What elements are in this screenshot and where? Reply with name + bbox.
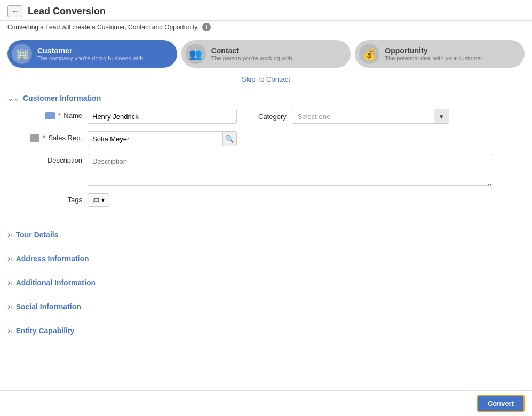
social-information-section: › Social Information	[7, 294, 525, 316]
customer-section-chevron: ⌄	[7, 94, 20, 102]
step-customer-label: Customer	[37, 46, 143, 55]
customer-section: ⌄ Customer Information * Name Category S…	[7, 89, 525, 220]
sales-rep-label: Sales Rep.	[48, 134, 82, 142]
entity-capability-chevron: ›	[7, 326, 13, 335]
category-group: Category Select one ▾	[258, 109, 449, 124]
description-label-group: Description	[18, 154, 88, 164]
convert-button[interactable]: Convert	[477, 395, 525, 412]
sales-rep-row: * Sales Rep. 🔍	[18, 131, 525, 146]
name-row: * Name Category Select one ▾	[18, 109, 525, 124]
tour-details-section: › Tour Details	[7, 222, 525, 244]
tags-dropdown-arrow: ▾	[101, 196, 105, 204]
address-information-title: Address Information	[16, 254, 89, 263]
search-icon: 🔍	[225, 135, 234, 143]
sales-rep-input-group: 🔍	[88, 131, 237, 146]
page-footer: Convert	[0, 390, 532, 416]
entity-capability-section: › Entity Capability	[7, 318, 525, 340]
additional-information-title: Additional Information	[16, 278, 96, 287]
tags-label-group: Tags	[18, 193, 88, 204]
step-opportunity-icon: 💰	[359, 44, 379, 64]
step-opportunity[interactable]: 💰 Opportunity The potential deal with yo…	[355, 40, 525, 68]
category-dropdown-arrow[interactable]: ▾	[434, 109, 449, 124]
entity-capability-title: Entity Capability	[16, 326, 75, 335]
category-select-value: Select one	[292, 110, 434, 123]
page-title: Lead Conversion	[28, 6, 106, 17]
tour-details-chevron: ›	[7, 230, 13, 239]
info-icon[interactable]: i	[202, 23, 211, 31]
address-information-chevron: ›	[7, 254, 13, 263]
tags-row: Tags 🏷 ▾	[18, 193, 525, 207]
step-contact-desc: The person you're working with	[211, 55, 292, 61]
back-arrow-icon: ←	[11, 7, 19, 15]
description-row: Description	[18, 154, 525, 186]
step-opportunity-label: Opportunity	[385, 46, 482, 55]
additional-information-section: › Additional Information	[7, 270, 525, 292]
customer-section-header[interactable]: ⌄ Customer Information	[7, 89, 525, 107]
step-contact-label: Contact	[211, 46, 292, 55]
sales-rep-input[interactable]	[88, 131, 222, 146]
sales-rep-search-button[interactable]: 🔍	[222, 131, 237, 146]
step-contact-icon: 👥	[186, 44, 206, 64]
step-customer[interactable]: 🏢 Customer The company you're doing busi…	[7, 40, 177, 68]
name-field-icon	[45, 112, 55, 119]
address-information-section: › Address Information	[7, 246, 525, 268]
customer-section-title: Customer Information	[23, 94, 101, 102]
steps-bar: 🏢 Customer The company you're doing busi…	[0, 36, 532, 72]
additional-information-chevron: ›	[7, 278, 13, 287]
description-label: Description	[47, 156, 82, 164]
back-button[interactable]: ←	[7, 5, 22, 17]
tour-details-header[interactable]: › Tour Details	[7, 225, 525, 244]
name-required-star: *	[58, 112, 61, 119]
description-textarea[interactable]	[88, 154, 493, 186]
address-information-header[interactable]: › Address Information	[7, 249, 525, 268]
skip-to-contact-link[interactable]: Skip To Contact	[242, 75, 290, 83]
step-customer-icon: 🏢	[12, 44, 32, 64]
sales-rep-field-icon	[30, 134, 39, 142]
page-subtitle: Converting a Lead will create a Customer…	[0, 21, 532, 36]
page-header: ← Lead Conversion	[0, 0, 532, 21]
category-label: Category	[258, 113, 292, 121]
step-customer-desc: The company you're doing business with	[37, 55, 143, 61]
entity-capability-header[interactable]: › Entity Capability	[7, 321, 525, 340]
subtitle-text: Converting a Lead will create a Customer…	[7, 23, 199, 31]
step-opportunity-desc: The potential deal with your customer	[385, 55, 482, 61]
category-select[interactable]: Select one ▾	[292, 109, 449, 124]
skip-link-container: Skip To Contact	[0, 72, 532, 89]
social-information-chevron: ›	[7, 302, 13, 311]
social-information-header[interactable]: › Social Information	[7, 297, 525, 316]
tags-label: Tags	[68, 196, 82, 204]
social-information-title: Social Information	[16, 302, 81, 311]
tags-button[interactable]: 🏷 ▾	[88, 193, 109, 207]
tour-details-title: Tour Details	[16, 230, 59, 239]
additional-information-header[interactable]: › Additional Information	[7, 273, 525, 292]
sales-rep-required-star: *	[43, 134, 45, 142]
step-contact[interactable]: 👥 Contact The person you're working with	[181, 40, 351, 68]
name-label: Name	[63, 111, 82, 119]
name-input[interactable]	[88, 109, 237, 124]
sales-rep-label-group: * Sales Rep.	[18, 131, 88, 142]
name-label-group: * Name	[18, 109, 88, 119]
tag-icon: 🏷	[92, 196, 99, 204]
customer-form: * Name Category Select one ▾ * Sales Rep…	[7, 107, 525, 220]
